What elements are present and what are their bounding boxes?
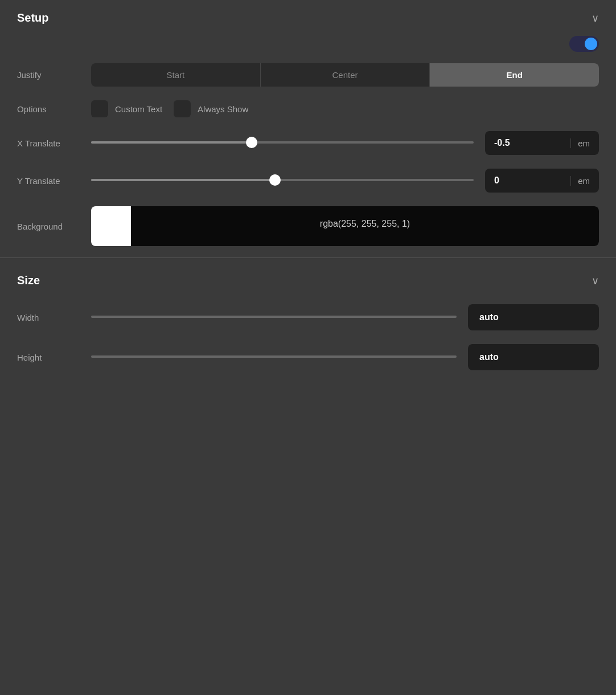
- setup-title: Setup: [17, 11, 49, 24]
- custom-text-option[interactable]: Custom Text: [91, 100, 162, 117]
- justify-label: Justify: [17, 70, 91, 80]
- setup-chevron-icon[interactable]: ∨: [592, 12, 599, 24]
- width-value: auto: [479, 312, 499, 322]
- y-translate-unit: em: [570, 176, 590, 186]
- size-title: Size: [17, 274, 40, 287]
- height-track: [91, 355, 457, 358]
- x-translate-slider-row: -0.5 em: [91, 131, 599, 155]
- options-label: Options: [17, 104, 91, 114]
- width-slider[interactable]: [91, 316, 457, 319]
- x-translate-slider[interactable]: [91, 141, 474, 145]
- panel: Setup ∨ Justify Start Center End Options…: [0, 0, 616, 370]
- height-value: auto: [479, 352, 499, 362]
- x-translate-value: -0.5: [494, 138, 510, 148]
- background-value-box[interactable]: rgba(255, 255, 255, 1): [131, 206, 599, 246]
- options-row: Options Custom Text Always Show: [0, 100, 616, 117]
- y-translate-value-box: 0 em: [485, 169, 599, 193]
- y-translate-row: Y Translate 0 em: [0, 169, 616, 193]
- width-track: [91, 316, 457, 318]
- height-slider-row: auto: [91, 344, 599, 370]
- background-color-preview[interactable]: [91, 206, 131, 246]
- height-row: Height auto: [0, 344, 616, 370]
- x-translate-row: X Translate -0.5 em: [0, 131, 616, 155]
- background-control[interactable]: rgba(255, 255, 255, 1): [91, 206, 599, 246]
- custom-text-checkbox[interactable]: [91, 100, 108, 117]
- background-value: rgba(255, 255, 255, 1): [320, 219, 410, 228]
- y-translate-value: 0: [494, 175, 499, 186]
- size-chevron-icon[interactable]: ∨: [592, 275, 599, 287]
- y-translate-thumb[interactable]: [269, 174, 281, 186]
- always-show-option[interactable]: Always Show: [174, 100, 248, 117]
- justify-row: Justify Start Center End: [0, 63, 616, 87]
- width-slider-row: auto: [91, 304, 599, 330]
- x-translate-unit: em: [570, 138, 590, 148]
- size-section-header: Size ∨: [0, 258, 616, 293]
- justify-group: Start Center End: [91, 63, 599, 87]
- x-translate-track: [91, 141, 474, 144]
- width-label: Width: [17, 313, 91, 322]
- width-row: Width auto: [0, 304, 616, 330]
- y-translate-track: [91, 179, 474, 181]
- y-translate-fill: [91, 179, 275, 181]
- justify-start-button[interactable]: Start: [91, 63, 261, 87]
- x-translate-thumb[interactable]: [246, 137, 257, 148]
- toggle-knob: [585, 38, 597, 50]
- options-group: Custom Text Always Show: [91, 100, 599, 117]
- x-translate-fill: [91, 141, 252, 144]
- background-row: Background rgba(255, 255, 255, 1): [0, 206, 616, 246]
- y-translate-slider-row: 0 em: [91, 169, 599, 193]
- always-show-label: Always Show: [198, 104, 248, 114]
- background-label: Background: [17, 222, 91, 231]
- height-slider[interactable]: [91, 355, 457, 359]
- setup-section-header: Setup ∨: [0, 0, 616, 30]
- x-translate-label: X Translate: [17, 138, 91, 148]
- toggle-row: [0, 30, 616, 63]
- justify-center-button[interactable]: Center: [261, 63, 430, 87]
- height-label: Height: [17, 353, 91, 362]
- height-value-box: auto: [468, 344, 599, 370]
- x-translate-value-box: -0.5 em: [485, 131, 599, 155]
- width-value-box: auto: [468, 304, 599, 330]
- y-translate-slider[interactable]: [91, 179, 474, 182]
- y-translate-label: Y Translate: [17, 176, 91, 186]
- enable-toggle[interactable]: [569, 36, 599, 52]
- justify-end-button[interactable]: End: [430, 63, 599, 87]
- always-show-checkbox[interactable]: [174, 100, 191, 117]
- custom-text-label: Custom Text: [115, 104, 162, 114]
